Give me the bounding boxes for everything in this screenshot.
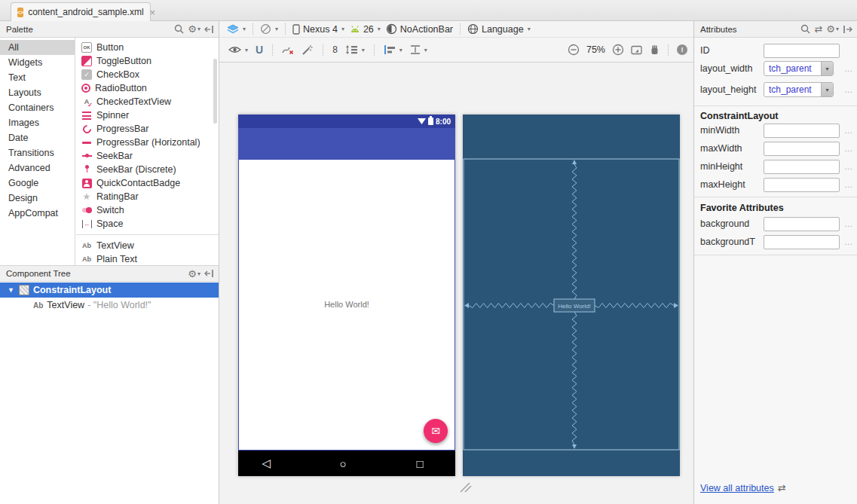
globe-icon <box>467 23 479 35</box>
palette-item-radiobutton[interactable]: RadioButton <box>76 81 219 95</box>
search-icon[interactable] <box>800 23 810 35</box>
clear-constraints-button[interactable] <box>282 44 294 55</box>
category-transitions[interactable]: Transitions <box>0 145 75 160</box>
category-widgets[interactable]: Widgets <box>0 55 75 70</box>
layout-width-combo[interactable]: tch_parent ▾ <box>764 61 834 76</box>
palette-item-spinner[interactable]: Spinner <box>76 108 219 122</box>
background-tint-input[interactable] <box>764 235 840 249</box>
more-button[interactable]: … <box>844 64 853 73</box>
view-all-attributes[interactable]: View all attributes ⇄ <box>700 482 786 493</box>
minheight-input[interactable] <box>764 160 840 174</box>
view-options-button[interactable]: ▾ <box>228 45 248 54</box>
zoom-out-button[interactable] <box>568 44 580 56</box>
palette-item-seekbar[interactable]: SeekBar <box>76 149 219 163</box>
progressbar-horizontal-icon <box>81 137 92 148</box>
palette-item-plaintext[interactable]: Ab Plain Text <box>76 252 219 265</box>
more-button[interactable]: … <box>844 237 853 246</box>
orientation-selector[interactable]: ▾ <box>260 23 278 35</box>
zoom-out-icon <box>568 44 580 56</box>
align-button[interactable]: ▾ <box>384 44 402 55</box>
category-design[interactable]: Design <box>0 191 75 206</box>
guidelines-button[interactable]: ▾ <box>410 44 427 55</box>
category-containers[interactable]: Containers <box>0 100 75 115</box>
category-layouts[interactable]: Layouts <box>0 85 75 100</box>
tree-item-constraintlayout[interactable]: ▼ ConstraintLayout <box>0 283 219 298</box>
zoom-to-fit-button[interactable] <box>631 45 642 55</box>
design-surface-selector[interactable]: ▾ <box>227 24 246 34</box>
theme-selector[interactable]: NoActionBar <box>386 23 453 35</box>
palette-item-progressbar[interactable]: ProgressBar <box>76 122 219 136</box>
blueprint-view[interactable]: Hello World! <box>463 115 680 476</box>
checkbox-icon: ✓ <box>81 69 92 80</box>
seekbar-discrete-icon <box>81 164 92 175</box>
palette-item-label: Switch <box>96 205 124 215</box>
errors-warnings-button[interactable]: ! <box>677 44 687 55</box>
design-canvas[interactable]: 8:00 Hello World! ✉ ◁ ○ □ <box>219 63 693 504</box>
chevron-down-icon[interactable]: ▾ <box>821 62 833 75</box>
margin-value: 8 <box>332 44 338 55</box>
palette-item-seekbar-discrete[interactable]: SeekBar (Discrete) <box>76 163 219 176</box>
chevron-down-icon[interactable]: ▾ <box>821 83 833 96</box>
palette-item-space[interactable]: ↔ Space <box>76 217 219 231</box>
view-all-attributes-link[interactable]: View all attributes <box>700 483 774 493</box>
default-margin-button[interactable]: 8 <box>332 44 338 55</box>
category-date[interactable]: Date <box>0 130 75 145</box>
category-images[interactable]: Images <box>0 115 75 130</box>
more-button[interactable]: … <box>844 162 853 171</box>
constraint-spring <box>572 164 577 299</box>
palette-item-progressbar-horizontal[interactable]: ProgressBar (Horizontal) <box>76 136 219 149</box>
hide-panel-icon[interactable] <box>204 267 214 279</box>
more-button[interactable]: … <box>844 180 853 189</box>
content-area[interactable]: Hello World! ✉ <box>238 159 455 451</box>
design-view[interactable]: 8:00 Hello World! ✉ ◁ ○ □ <box>238 115 455 476</box>
resize-handle[interactable] <box>458 479 473 494</box>
more-button[interactable]: … <box>844 85 853 94</box>
tree-item-textview[interactable]: Ab TextView - "Hello World!" <box>0 298 219 313</box>
minwidth-input[interactable] <box>764 124 840 138</box>
pan-button[interactable] <box>649 44 660 55</box>
swap-view-icon[interactable]: ⇄ <box>814 23 822 35</box>
hide-panel-icon[interactable] <box>204 23 214 35</box>
category-google[interactable]: Google <box>0 176 75 191</box>
infer-constraints-button[interactable] <box>301 44 314 55</box>
device-selector[interactable]: Nexus 4 ▾ <box>292 24 344 35</box>
constraint-arrow-bottom <box>572 444 577 449</box>
language-selector[interactable]: Language ▾ <box>467 23 531 35</box>
minwidth-row: minWidth … <box>694 122 857 139</box>
fab-button[interactable]: ✉ <box>424 419 448 443</box>
more-button[interactable]: … <box>844 219 853 228</box>
palette-item-textview[interactable]: Ab TextView <box>76 239 219 252</box>
palette-item-checkedtextview[interactable]: A✓ CheckedTextView <box>76 95 219 108</box>
gear-icon[interactable]: ⚙▾ <box>826 23 839 35</box>
palette-item-ratingbar[interactable]: ★ RatingBar <box>76 190 219 203</box>
background-input[interactable] <box>764 217 840 231</box>
more-button[interactable]: … <box>844 144 853 153</box>
palette-item-button[interactable]: OK Button <box>76 41 219 54</box>
api-selector[interactable]: 26 ▾ <box>350 24 381 35</box>
autoconnect-button[interactable]: U <box>256 44 263 56</box>
id-input[interactable] <box>764 44 840 58</box>
layout-height-combo[interactable]: tch_parent ▾ <box>764 82 834 97</box>
hello-world-textview[interactable]: Hello World! <box>239 300 455 309</box>
pack-button[interactable]: ▾ <box>345 44 365 55</box>
palette-item-switch[interactable]: Switch <box>76 203 219 217</box>
category-advanced[interactable]: Advanced <box>0 160 75 176</box>
palette-item-quickcontactbadge[interactable]: QuickContactBadge <box>76 176 219 190</box>
category-appcompat[interactable]: AppCompat <box>0 206 75 221</box>
hide-panel-icon[interactable] <box>843 23 852 35</box>
expand-arrow-icon[interactable]: ▼ <box>8 286 14 294</box>
search-icon[interactable] <box>174 23 184 35</box>
gear-icon[interactable]: ⚙▾ <box>188 267 200 279</box>
zoom-in-button[interactable] <box>612 44 624 56</box>
gear-icon[interactable]: ⚙▾ <box>188 23 200 35</box>
palette-item-togglebutton[interactable]: ToggleButton <box>76 54 219 68</box>
maxwidth-input[interactable] <box>764 142 840 156</box>
close-icon[interactable]: × <box>150 7 156 18</box>
category-text[interactable]: Text <box>0 70 75 85</box>
palette-scrollbar[interactable] <box>213 59 217 124</box>
palette-item-checkbox[interactable]: ✓ CheckBox <box>76 68 219 81</box>
maxheight-input[interactable] <box>764 178 840 192</box>
editor-tab[interactable]: <> content_android_sample.xml × <box>11 2 151 21</box>
more-button[interactable]: … <box>844 126 853 135</box>
category-all[interactable]: All <box>0 40 75 55</box>
